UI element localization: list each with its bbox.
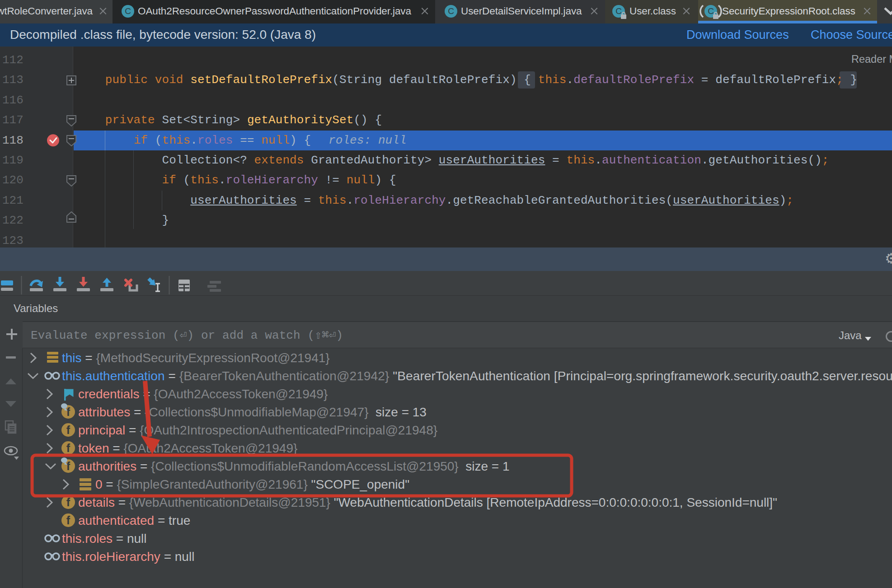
svg-text:f: f: [66, 424, 70, 436]
svg-text:f: f: [66, 406, 70, 418]
svg-text:f: f: [66, 460, 70, 472]
svg-text:f: f: [66, 496, 70, 509]
svg-text:f: f: [66, 442, 70, 454]
svg-text:f: f: [66, 514, 70, 527]
